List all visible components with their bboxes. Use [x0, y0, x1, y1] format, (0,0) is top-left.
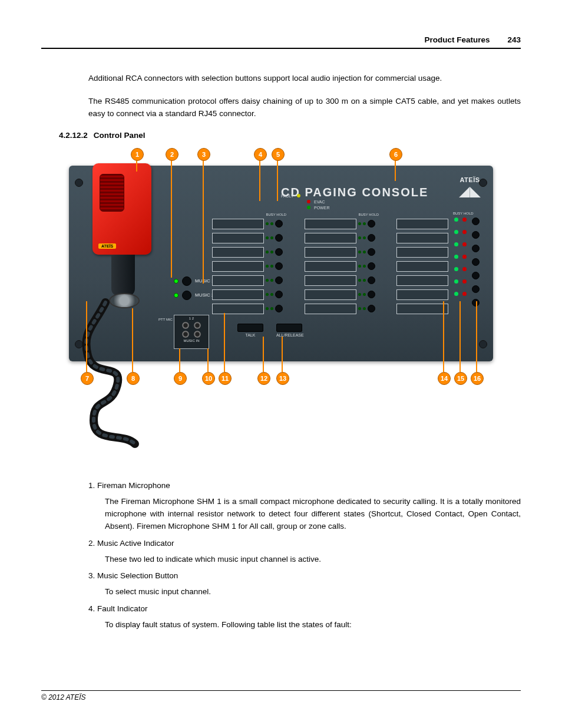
all-release-control: ALL/RELEASE: [276, 324, 304, 337]
vertical-button[interactable]: [472, 231, 480, 239]
vertical-button[interactable]: [472, 258, 480, 266]
zone-led-icon: [266, 251, 269, 253]
talk-button[interactable]: [237, 324, 263, 332]
zone-button[interactable]: [275, 305, 283, 312]
zone-led-icon: [270, 293, 273, 296]
vertical-button[interactable]: [472, 218, 480, 225]
zone-group-2: BUSY HOLD: [305, 219, 375, 318]
zone-led-icon: [358, 251, 361, 253]
led-icon: [454, 279, 458, 284]
fireman-microphone: ATEÏS: [92, 163, 157, 255]
zone-button[interactable]: [275, 291, 283, 298]
vertical-led-col-1: [454, 218, 462, 304]
fault-led-icon: [297, 194, 300, 197]
callout-8: 8: [127, 372, 140, 385]
list-item: 3. Music Selection Button To select musi…: [88, 571, 521, 598]
zone-group-1: BUSY HOLD: [212, 219, 283, 318]
zone-led-icon: [363, 222, 366, 225]
zone-led-icon: [363, 293, 366, 296]
zone-button[interactable]: [275, 248, 283, 256]
zone-led-icon: [363, 279, 366, 282]
zone-button[interactable]: [275, 262, 283, 270]
section-heading: 4.2.12.2 Control Panel: [59, 131, 521, 140]
zone-led-icon: [266, 265, 269, 268]
zone-button[interactable]: [368, 234, 375, 242]
zone-led-icon: [363, 265, 366, 268]
zone-led-icon: [270, 236, 273, 239]
zone-label-slot: [212, 233, 264, 243]
music1-led-icon: [174, 279, 178, 284]
zone-button[interactable]: [275, 276, 283, 284]
zone-led-icon: [363, 307, 366, 310]
callout-13: 13: [276, 372, 289, 385]
zone-group-3: [396, 219, 448, 318]
callout-3: 3: [197, 148, 210, 161]
zone-button[interactable]: [368, 305, 375, 312]
zone-led-icon: [270, 279, 273, 282]
callout-2: 2: [166, 148, 178, 161]
zone-label-slot: [212, 275, 264, 286]
zone-label-slot: [396, 219, 448, 229]
zone-label-slot: [212, 219, 264, 229]
zone-label-slot: [396, 233, 448, 243]
screw-icon: [479, 340, 487, 348]
control-panel-figure: 1 2 3 4 5 6 CD PAGING CONSOLE ATEÏS ◢◣: [69, 148, 493, 469]
zone-button[interactable]: [368, 262, 375, 270]
led-icon: [462, 279, 467, 284]
intro-paragraph-1: Additional RCA connectors with selection…: [88, 73, 521, 85]
led-icon: [454, 242, 458, 246]
vertical-button[interactable]: [472, 245, 480, 252]
page-header: Product Features 243: [41, 35, 521, 49]
callout-12: 12: [257, 372, 270, 385]
callout-6: 6: [389, 148, 402, 161]
zone-label-slot: [305, 289, 356, 300]
zone-button[interactable]: [275, 220, 283, 228]
led-icon: [462, 230, 467, 234]
led-icon: [454, 267, 458, 271]
vertical-button-col: [472, 218, 480, 312]
callout-7: 7: [81, 372, 94, 385]
led-icon: [454, 255, 458, 259]
list-item: 4. Fault Indicator To display fault stat…: [88, 604, 521, 631]
zone-label-slot: [396, 275, 448, 286]
zone-label-slot: [396, 261, 448, 272]
all-release-button[interactable]: [276, 324, 302, 332]
busy-hold-label: BUSY HOLD: [453, 212, 474, 215]
zone-button[interactable]: [275, 234, 283, 242]
mic-brand-badge: ATEÏS: [98, 243, 116, 249]
screw-icon: [479, 179, 487, 187]
rca-jack-icon[interactable]: [194, 331, 201, 338]
zone-led-icon: [358, 265, 361, 268]
zone-led-icon: [358, 293, 361, 296]
zone-button[interactable]: [368, 220, 375, 228]
vertical-led-col-2: [462, 218, 471, 304]
zone-label-slot: [305, 219, 356, 229]
callout-14: 14: [438, 372, 451, 385]
zone-label-slot: [396, 247, 448, 258]
callout-1: 1: [131, 148, 144, 161]
rca-jack-icon[interactable]: [194, 322, 201, 329]
status-indicators: FAULT EVAC POWER: [281, 194, 329, 212]
zone-button[interactable]: [368, 291, 375, 298]
zone-label-slot: [305, 275, 356, 286]
zone-label-slot: [305, 261, 356, 272]
zone-led-icon: [266, 236, 269, 239]
zone-led-icon: [358, 236, 361, 239]
zone-button[interactable]: [368, 276, 375, 284]
callout-11: 11: [219, 372, 232, 385]
led-icon: [462, 292, 467, 296]
led-icon: [462, 267, 467, 271]
zone-label-slot: [305, 233, 356, 243]
zone-led-icon: [363, 236, 366, 239]
zone-led-icon: [270, 222, 273, 225]
vertical-button[interactable]: [472, 285, 480, 293]
zone-label-slot: [396, 289, 448, 300]
vertical-button[interactable]: [472, 272, 480, 279]
power-led-icon: [307, 206, 310, 209]
zone-led-icon: [358, 279, 361, 282]
feature-list: 1. Fireman Microphone The Fireman Microp…: [88, 481, 521, 632]
zone-button[interactable]: [368, 248, 375, 256]
led-icon: [454, 218, 458, 222]
led-icon: [454, 230, 458, 234]
zone-led-icon: [358, 307, 361, 310]
